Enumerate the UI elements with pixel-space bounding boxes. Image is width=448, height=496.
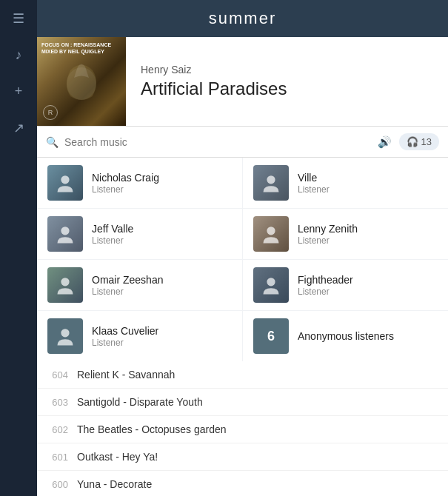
header: summer xyxy=(37,0,448,37)
playlist-item[interactable]: 604 Relient K - Savannah xyxy=(37,361,448,389)
avatar xyxy=(253,267,289,303)
svg-point-7 xyxy=(61,329,69,337)
listener-role: Listener xyxy=(92,286,163,297)
listener-role: Listener xyxy=(92,235,133,246)
playlist-item[interactable]: 603 Santigold - Disparate Youth xyxy=(37,389,448,416)
listener-info: Fightheader Listener xyxy=(298,274,353,297)
avatar-silhouette xyxy=(55,224,76,244)
listener-item[interactable]: Omair Zeeshan Listener xyxy=(37,260,242,310)
avatar xyxy=(47,165,83,201)
track-label: Yuna - Decorate xyxy=(77,478,152,490)
search-icon: 🔍 xyxy=(46,136,58,148)
anonymous-listeners-label: Anonymous listeners xyxy=(298,330,394,342)
listener-item[interactable]: Jeff Valle Listener xyxy=(37,209,242,259)
search-input[interactable] xyxy=(64,136,378,148)
album-logo: R xyxy=(43,105,58,120)
listener-count-badge: 🎧 13 xyxy=(399,133,439,150)
listener-name: Lenny Zenith xyxy=(298,223,358,235)
album-art-inner: FOCUS ON : RENAISSANCEMIXED BY NEIL QUIG… xyxy=(37,37,126,126)
track-number: 601 xyxy=(47,452,68,463)
track-label: Outkast - Hey Ya! xyxy=(77,451,158,463)
track-title: Artificial Paradises xyxy=(141,78,287,99)
listener-name: Klaas Cuvelier xyxy=(92,325,158,337)
share-icon[interactable]: ↗ xyxy=(13,120,24,136)
listener-info: Anonymous listeners xyxy=(298,330,394,342)
svg-point-5 xyxy=(61,278,69,286)
svg-point-2 xyxy=(267,175,275,184)
avatar-silhouette xyxy=(55,172,76,193)
avatar-silhouette xyxy=(55,275,76,295)
headphone-icon: 🎧 xyxy=(407,136,418,147)
listener-role: Listener xyxy=(92,184,159,195)
listener-info: Lenny Zenith Listener xyxy=(298,223,358,246)
listener-role: Listener xyxy=(298,235,358,246)
listener-item[interactable]: Fightheader Listener xyxy=(243,260,448,310)
add-icon[interactable]: + xyxy=(15,84,23,99)
listener-role: Listener xyxy=(92,338,158,348)
track-number: 603 xyxy=(47,397,68,408)
listener-name: Nicholas Craig xyxy=(92,172,159,184)
main-content: summer FOCUS ON : RENAISSANCEMIXED BY NE… xyxy=(37,0,448,496)
listener-count-number: 13 xyxy=(421,136,432,147)
listener-role: Listener xyxy=(298,286,353,297)
listeners-grid: Nicholas Craig Listener Ville Listener xyxy=(37,158,448,361)
listener-name: Jeff Valle xyxy=(92,223,133,235)
avatar xyxy=(47,216,83,252)
listener-item[interactable]: Ville Listener xyxy=(243,158,448,208)
track-label: The Beatles - Octopuses garden xyxy=(77,423,227,435)
avatar xyxy=(47,267,83,303)
svg-point-1 xyxy=(61,175,69,184)
avatar-silhouette xyxy=(261,275,281,295)
now-playing-section: FOCUS ON : RENAISSANCEMIXED BY NEIL QUIG… xyxy=(37,37,448,127)
listener-item[interactable]: Nicholas Craig Listener xyxy=(37,158,242,208)
anonymous-count-badge: 6 xyxy=(253,318,289,354)
search-bar: 🔍 🔊 🎧 13 xyxy=(37,127,448,158)
listener-item[interactable]: Lenny Zenith Listener xyxy=(243,209,448,259)
listener-info: Klaas Cuvelier Listener xyxy=(92,325,158,348)
listener-name: Fightheader xyxy=(298,274,353,286)
album-artwork-svg xyxy=(56,56,107,107)
avatar-silhouette xyxy=(261,224,281,244)
listener-info: Omair Zeeshan Listener xyxy=(92,274,163,297)
svg-point-4 xyxy=(267,227,275,235)
avatar xyxy=(253,165,289,201)
track-label: Relient K - Savannah xyxy=(77,369,175,381)
volume-icon[interactable]: 🔊 xyxy=(378,135,392,149)
playlist-item[interactable]: 601 Outkast - Hey Ya! xyxy=(37,443,448,471)
avatar-silhouette xyxy=(55,326,76,346)
avatar xyxy=(47,318,83,354)
track-artist: Henry Saiz xyxy=(141,64,287,76)
listener-info: Ville Listener xyxy=(298,172,330,195)
avatar-silhouette xyxy=(261,172,281,193)
menu-icon[interactable]: ☰ xyxy=(13,10,24,27)
track-number: 604 xyxy=(47,369,68,381)
svg-point-6 xyxy=(267,278,275,286)
listener-role: Listener xyxy=(298,184,330,195)
avatar xyxy=(253,216,289,252)
svg-point-3 xyxy=(61,227,69,235)
playlist: 604 Relient K - Savannah 603 Santigold -… xyxy=(37,361,448,496)
track-label: Santigold - Disparate Youth xyxy=(77,396,203,408)
album-text: FOCUS ON : RENAISSANCEMIXED BY NEIL QUIG… xyxy=(41,41,111,55)
listener-item-anonymous[interactable]: 6 Anonymous listeners xyxy=(243,311,448,361)
listener-info: Nicholas Craig Listener xyxy=(92,172,159,195)
listener-item[interactable]: Klaas Cuvelier Listener xyxy=(37,311,242,361)
album-art: FOCUS ON : RENAISSANCEMIXED BY NEIL QUIG… xyxy=(37,37,126,126)
track-number: 600 xyxy=(47,479,68,490)
listener-name: Ville xyxy=(298,172,330,184)
search-controls: 🔊 🎧 13 xyxy=(378,133,439,150)
track-number: 602 xyxy=(47,424,68,435)
playlist-title: summer xyxy=(52,9,433,28)
listener-info: Jeff Valle Listener xyxy=(92,223,133,246)
sidebar: ☰ ♪ + ↗ xyxy=(0,0,37,496)
listener-name: Omair Zeeshan xyxy=(92,274,163,286)
music-icon[interactable]: ♪ xyxy=(16,47,22,63)
playlist-item[interactable]: 602 The Beatles - Octopuses garden xyxy=(37,416,448,443)
track-info: Henry Saiz Artificial Paradises xyxy=(126,37,301,126)
playlist-item[interactable]: 600 Yuna - Decorate xyxy=(37,471,448,496)
